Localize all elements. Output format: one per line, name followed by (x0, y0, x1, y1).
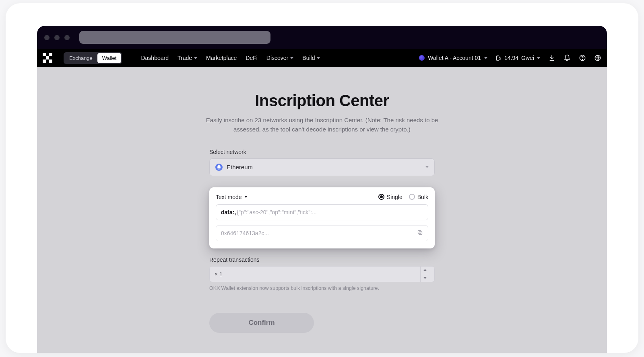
hex-output-row: 0x646174613a2c... (216, 225, 428, 241)
nav-dashboard[interactable]: Dashboard (141, 55, 169, 61)
confirm-button[interactable]: Confirm (209, 313, 314, 333)
hex-placeholder: 0x646174613a2c... (221, 230, 269, 236)
radio-bulk-label: Bulk (417, 194, 428, 200)
gas-unit: Gwei (521, 55, 534, 61)
browser-window: Exchange Wallet Dashboard Trade Marketpl… (37, 26, 607, 353)
okx-logo-mark (43, 53, 52, 63)
mode-toggle[interactable]: Exchange Wallet (64, 52, 122, 64)
nav-label: Build (302, 55, 315, 61)
repeat-label: Repeat transactions (209, 256, 435, 263)
inscription-input-card: Text mode Single Bulk (209, 187, 435, 248)
window-close-dot[interactable] (44, 35, 50, 40)
nav-label: Discover (266, 55, 288, 61)
nav-marketplace[interactable]: Marketplace (206, 55, 237, 61)
gas-indicator[interactable]: 14.94 Gwei (495, 55, 540, 61)
data-placeholder: {"p":"asc-20","op":"mint","tick":... (237, 209, 316, 215)
stepper-up[interactable] (421, 267, 429, 275)
window-maximize-dot[interactable] (64, 35, 70, 40)
gas-pump-icon (495, 55, 502, 61)
text-mode-toggle[interactable]: Text mode (216, 194, 248, 200)
nav-items: Dashboard Trade Marketplace DeFi Discove… (141, 55, 320, 61)
inscription-data-input[interactable]: data:, {"p":"asc-20","op":"mint","tick":… (216, 204, 428, 220)
ethereum-icon (215, 164, 223, 171)
radio-single-label: Single (387, 194, 402, 200)
select-network-dropdown[interactable]: Ethereum (209, 158, 435, 176)
page-title: Inscription Center (255, 92, 389, 110)
repeat-input[interactable]: × 1 (209, 266, 435, 282)
quantity-radio-group: Single Bulk (378, 194, 428, 200)
svg-point-2 (582, 59, 582, 60)
nav-build[interactable]: Build (302, 55, 320, 61)
svg-rect-0 (497, 55, 499, 60)
radio-selected-icon (378, 194, 384, 200)
toggle-exchange[interactable]: Exchange (64, 53, 97, 63)
mode-label: Text mode (216, 194, 242, 200)
svg-rect-4 (419, 232, 422, 235)
window-minimize-dot[interactable] (54, 35, 60, 40)
outer-frame: Exchange Wallet Dashboard Trade Marketpl… (6, 3, 638, 353)
globe-icon[interactable] (594, 54, 601, 62)
form-column: Select network Ethereum Text mode (209, 149, 435, 333)
nav-right: Wallet A - Account 01 14.94 Gwei (419, 54, 601, 62)
card-header: Text mode Single Bulk (216, 194, 428, 200)
svg-rect-5 (418, 230, 421, 234)
repeat-value: 1 (219, 271, 223, 277)
address-bar[interactable] (79, 31, 270, 44)
top-nav: Exchange Wallet Dashboard Trade Marketpl… (37, 49, 607, 67)
chevron-up-icon (423, 269, 427, 271)
page-subtitle: Easily inscribe on 23 networks using the… (201, 115, 443, 134)
chevron-down-icon (484, 57, 487, 59)
download-icon[interactable] (548, 54, 555, 62)
radio-unselected-icon (409, 194, 415, 200)
chevron-down-icon (537, 57, 540, 59)
copy-icon[interactable] (417, 230, 423, 237)
repeat-prefix: × (215, 271, 218, 277)
data-prefix: data:, (221, 209, 236, 215)
toggle-wallet[interactable]: Wallet (97, 53, 122, 63)
repeat-hint: OKX Wallet extension now supports bulk i… (209, 285, 435, 291)
nav-label: Marketplace (206, 55, 237, 61)
window-controls (44, 35, 70, 40)
nav-discover[interactable]: Discover (266, 55, 293, 61)
nav-defi[interactable]: DeFi (246, 55, 258, 61)
chevron-down-icon (244, 196, 248, 198)
chevron-down-icon (317, 57, 320, 59)
nav-label: Trade (178, 55, 192, 61)
nav-separator (135, 53, 135, 62)
select-network-value: Ethereum (227, 164, 253, 170)
radio-bulk[interactable]: Bulk (409, 194, 428, 200)
nav-trade[interactable]: Trade (178, 55, 197, 61)
repeat-block: Repeat transactions × 1 OKX Wallet exten… (209, 256, 435, 291)
account-selector[interactable]: Wallet A - Account 01 (419, 55, 487, 61)
stepper-down[interactable] (421, 274, 429, 282)
chevron-down-icon (423, 277, 427, 279)
content-area: Inscription Center Easily inscribe on 23… (37, 67, 607, 353)
network-dot-icon (419, 55, 425, 61)
select-network-label: Select network (209, 149, 435, 155)
nav-label: DeFi (246, 55, 258, 61)
okx-logo[interactable] (43, 53, 56, 63)
page: Inscription Center Easily inscribe on 23… (37, 67, 607, 353)
window-titlebar (37, 26, 607, 49)
nav-label: Dashboard (141, 55, 169, 61)
account-label: Wallet A - Account 01 (428, 55, 481, 61)
chevron-down-icon (425, 166, 429, 168)
chevron-down-icon (290, 57, 293, 59)
radio-single[interactable]: Single (378, 194, 402, 200)
help-icon[interactable] (579, 54, 586, 62)
chevron-down-icon (194, 57, 197, 59)
bell-icon[interactable] (564, 54, 571, 62)
repeat-stepper (420, 267, 429, 282)
gas-value: 14.94 (504, 55, 518, 61)
